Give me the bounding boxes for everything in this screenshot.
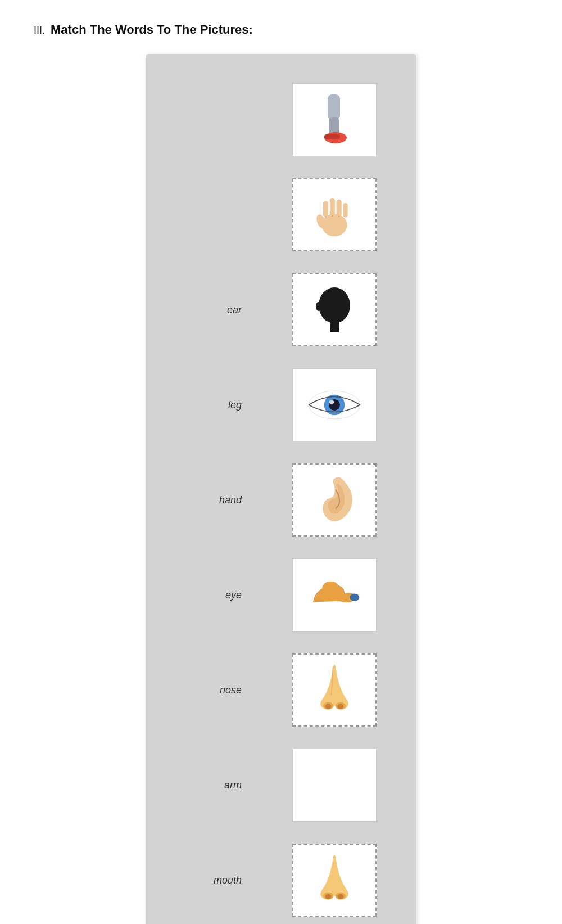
activity-box: ear leg [146,54,416,924]
roman-numeral: III. [34,25,45,37]
nose-2-svg [306,852,362,908]
image-nose-2[interactable] [292,844,377,917]
word-mouth: mouth [157,875,259,886]
hand-svg [306,187,362,243]
svg-rect-0 [328,94,340,120]
arm-svg [306,567,362,623]
instruction-title: Match The Words To The Pictures: [51,22,253,37]
word-ear: ear [157,304,259,316]
svg-rect-8 [337,200,342,217]
match-row-8: arm [146,742,416,828]
image-ear[interactable] [292,463,377,537]
match-row-4: leg [146,362,416,448]
match-row-2 [146,172,416,258]
eye-svg [306,377,362,433]
svg-rect-9 [343,203,347,217]
match-row-9: mouth [146,837,416,923]
image-eye[interactable] [292,368,377,441]
leg-svg [306,92,362,148]
ear-svg [306,472,362,528]
svg-point-24 [325,704,332,709]
svg-point-13 [319,287,350,323]
match-row-7: nose [146,647,416,733]
svg-point-29 [337,894,343,899]
svg-rect-3 [324,134,340,139]
svg-point-20 [322,582,339,594]
match-row-3: ear [146,267,416,353]
image-mouth-placeholder[interactable] [292,749,377,822]
page-container: III. Match The Words To The Pictures: [0,0,562,924]
instruction-header: III. Match The Words To The Pictures: [34,22,528,37]
word-arm: arm [157,779,259,791]
svg-point-21 [350,594,360,601]
image-nose[interactable] [292,653,377,727]
word-eye: eye [157,589,259,601]
head-silhouette-svg [306,282,362,338]
svg-point-19 [329,400,334,404]
image-head-silhouette[interactable] [292,273,377,346]
svg-point-25 [337,704,343,709]
image-leg[interactable] [292,83,377,156]
image-hand[interactable] [292,178,377,251]
word-leg: leg [157,399,259,411]
match-row-6: eye [146,552,416,638]
svg-rect-6 [323,201,328,217]
svg-point-15 [316,302,321,311]
match-row-1 [146,76,416,163]
svg-point-28 [325,894,332,899]
word-hand: hand [157,494,259,506]
match-row-5: hand [146,457,416,543]
word-nose: nose [157,684,259,696]
image-arm[interactable] [292,558,377,632]
svg-rect-14 [330,321,339,332]
nose-svg [306,662,362,718]
svg-rect-7 [330,198,335,217]
